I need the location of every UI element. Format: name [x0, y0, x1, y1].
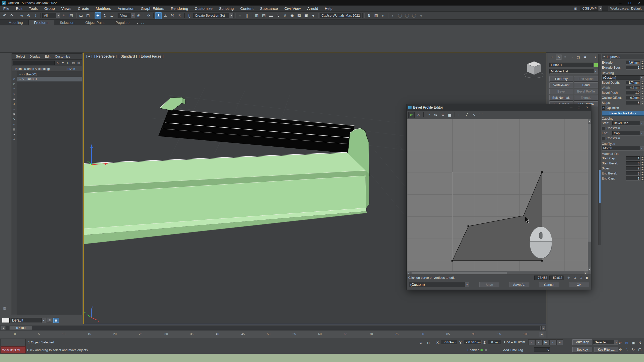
spinner-up-icon[interactable]: ▲ — [641, 61, 644, 63]
viewport-layout-icon[interactable]: ◫ — [3, 306, 7, 310]
dialog-pan-icon[interactable]: ✛ — [566, 275, 572, 280]
ribbon-tab-object-paint[interactable]: Object Paint — [80, 20, 110, 25]
param-combo-bevel-cap[interactable]: Bevel Cap▾ — [612, 121, 644, 125]
param-spinner[interactable]: ▲▼ — [641, 101, 644, 105]
modifier-button-bevel[interactable]: Bevel — [549, 89, 573, 94]
frozen-column-header[interactable]: Frozen — [64, 67, 82, 71]
menu-tools[interactable]: Tools — [26, 6, 41, 11]
project-folder-combo[interactable]: C:\Users\UI...ds Max 2022▾ — [320, 13, 363, 18]
profile-canvas[interactable] — [407, 119, 588, 271]
manage-scene-icon[interactable]: ⌂ — [380, 12, 386, 19]
go-to-start-button[interactable]: « — [528, 339, 535, 345]
se-bones-icon[interactable]: ⌐ — [12, 122, 16, 126]
minimize-button[interactable]: — — [615, 0, 625, 6]
tab-modify[interactable]: ∿ — [556, 55, 561, 60]
ribbon-tab-modeling[interactable]: Modeling — [3, 20, 28, 25]
mirror-horizontal-icon[interactable]: ⇋ — [432, 112, 439, 118]
select-and-rotate-icon[interactable]: ↻ — [102, 12, 108, 19]
next-key-icon[interactable]: ► — [541, 326, 545, 330]
modifier-button-vertexpaint[interactable]: VertexPaint — [549, 82, 573, 88]
param-spinner[interactable]: ▲▼ — [641, 66, 644, 70]
param-combo-custom[interactable]: (Custom)▾ — [602, 75, 644, 80]
viewport-style-label[interactable]: [ Edged Faces ] — [139, 54, 164, 58]
new-scene-explorer-icon[interactable]: ▥ — [373, 12, 379, 19]
maximize-viewport-icon[interactable]: ▢ — [637, 346, 643, 353]
select-and-scale-icon[interactable]: ▱ — [109, 12, 115, 19]
selection-lock-icon[interactable]: ⊓ — [426, 340, 431, 345]
spinner-up-icon[interactable]: ▲ — [641, 156, 644, 158]
menu-views[interactable]: Views — [58, 6, 75, 11]
param-value-field[interactable]: 1.0 — [626, 91, 640, 95]
param-spinner[interactable]: ▲▼ — [641, 176, 644, 180]
toggle-layer-explorer-icon[interactable]: ▤ — [261, 12, 267, 19]
visibility-dot-icon[interactable]: ○ — [19, 78, 21, 80]
track-bar[interactable]: 0510152025303540455055606570758085909510… — [0, 331, 546, 338]
time-slider-track[interactable]: 0 / 100 — [6, 326, 541, 330]
profile-vertex-handle[interactable] — [468, 225, 469, 227]
delete-vertex-icon[interactable]: ✕ — [415, 112, 422, 118]
spinner-snap-icon[interactable]: ⊼ — [176, 12, 183, 19]
get-shape-icon[interactable]: ⟳ — [408, 112, 415, 118]
profile-vertex-handle[interactable] — [541, 171, 543, 173]
previous-key-icon[interactable]: ◄ — [1, 326, 5, 330]
trackbar-options-icon[interactable]: ⊞ — [539, 332, 544, 337]
param-value-field[interactable]: 2 — [626, 166, 640, 170]
clear-search-icon[interactable]: ✕ — [55, 61, 60, 65]
param-combo-cap[interactable]: Cap▾ — [612, 131, 644, 135]
param-value-field[interactable]: 4.64mm — [626, 61, 640, 65]
spinner-down-icon[interactable]: ▼ — [641, 93, 644, 95]
param-value-field[interactable]: 1 — [626, 156, 640, 160]
dialog-minimize-button[interactable]: — — [567, 104, 575, 111]
checkbox-optimize[interactable]: ✓ — [602, 106, 605, 110]
tab-config[interactable]: ✦ — [592, 55, 598, 60]
menu-graph-editors[interactable]: Graph Editors — [138, 6, 168, 11]
hscroll-thumb[interactable] — [411, 272, 507, 274]
select-by-name-icon[interactable]: ▤ — [68, 12, 74, 19]
se-materials-icon[interactable]: ● — [12, 132, 16, 136]
param-spinner[interactable]: ▲▼ — [641, 91, 644, 95]
rendered-frame-icon[interactable]: ▣ — [303, 12, 309, 19]
command-panel-scrollbar[interactable] — [598, 54, 601, 245]
param-spinner[interactable]: ▲▼ — [641, 156, 644, 160]
dialog-zoom-extents-icon[interactable]: ▣ — [584, 275, 590, 280]
modifier-button-edit-poly[interactable]: Edit Poly — [549, 76, 573, 82]
ribbon-tab-freeform[interactable]: Freeform — [28, 20, 54, 25]
bevel-profile-editor-dialog[interactable]: Bevel Profile Editor — ▢ ✕ ⟳✕↶⇋⇅▦∟╱∿⌒ — [407, 104, 591, 290]
param-spinner[interactable]: ▲▼ — [641, 161, 644, 165]
list-item[interactable]: ○∿Line001• — [17, 77, 82, 81]
schematic-view-icon[interactable]: # — [282, 12, 288, 19]
zoom-extents-icon[interactable]: ▣ — [630, 339, 636, 346]
param-value-field[interactable]: 0.5mm — [626, 86, 640, 90]
scroll-left-icon[interactable]: ◄ — [407, 271, 410, 275]
asset-tracking-icon[interactable]: ⇅ — [366, 12, 372, 19]
sort-icon[interactable]: ▤ — [71, 61, 76, 65]
cancel-button[interactable]: Cancel — [539, 282, 559, 287]
spinner-up-icon[interactable]: ▲ — [641, 91, 644, 93]
explorer-search-input[interactable] — [13, 61, 55, 65]
fov-icon[interactable]: ∢ — [637, 339, 643, 346]
visibility-dot-icon[interactable]: ○ — [19, 73, 21, 76]
dialog-titlebar[interactable]: Bevel Profile Editor — ▢ ✕ — [407, 104, 591, 111]
se-groups-icon[interactable]: ▣ — [12, 112, 16, 116]
toggle-ribbon-icon[interactable]: ▬ — [268, 12, 274, 19]
workspaces-value[interactable]: Default — [631, 7, 641, 10]
workspace-switcher-icon[interactable]: ◧ — [573, 6, 578, 11]
close-button[interactable]: ✕ — [634, 0, 644, 6]
maxscript-mini-listener[interactable]: MAXScript Mi — [1, 339, 26, 353]
se-xrefs-icon[interactable]: ⇲ — [12, 117, 16, 121]
spinner-down-icon[interactable]: ▼ — [641, 63, 644, 65]
modifier-list-combo[interactable]: Modifier List ▾ — [549, 69, 598, 74]
color-swatch[interactable] — [2, 318, 10, 323]
spinner-up-icon[interactable]: ▲ — [641, 81, 644, 83]
menu-help[interactable]: Help — [321, 6, 336, 11]
param-value-field[interactable]: 1 — [626, 66, 640, 70]
se-geometry-icon[interactable]: ◻ — [12, 82, 16, 86]
workspace-combo[interactable]: CGBUMP ▾ — [580, 6, 608, 11]
explorer-menu-customize[interactable]: Customize — [53, 55, 72, 58]
scroll-up-icon[interactable]: ▲ — [588, 119, 591, 123]
explorer-menu-select[interactable]: Select — [14, 55, 27, 58]
spinner-up-icon[interactable]: ▲ — [641, 171, 644, 173]
tab-hierarchy[interactable]: ≡ — [562, 55, 568, 60]
se-display-all-icon[interactable]: ⊙ — [12, 77, 16, 81]
selection-filter-combo[interactable]: All▾ — [42, 13, 60, 18]
